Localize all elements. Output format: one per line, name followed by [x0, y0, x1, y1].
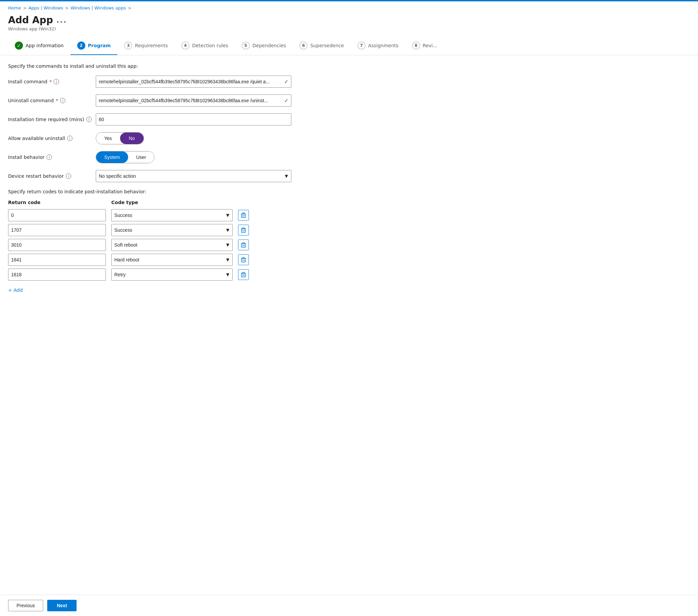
- tab-checkmark-app-info: ✓: [15, 41, 23, 50]
- allow-uninstall-no-btn[interactable]: No: [120, 133, 144, 144]
- install-behavior-info-icon[interactable]: i: [46, 154, 52, 160]
- tab-label-assignments: Assignments: [368, 43, 399, 48]
- tab-requirements[interactable]: 3 Requirements: [117, 37, 174, 55]
- install-behavior-label: Install behavior i: [8, 154, 96, 160]
- delete-row-1618-button[interactable]: [238, 269, 249, 280]
- breadcrumb-apps-windows[interactable]: Apps | Windows: [28, 5, 63, 11]
- install-behavior-user-btn[interactable]: User: [128, 151, 154, 163]
- return-code-input-1641[interactable]: [8, 254, 106, 266]
- code-type-select-wrapper-1707: Success Failure Soft reboot Hard reboot …: [111, 224, 233, 236]
- install-time-row: Installation time required (mins) i: [8, 113, 363, 125]
- tab-app-information[interactable]: ✓ App information: [8, 37, 70, 55]
- uninstall-command-info-icon[interactable]: i: [60, 98, 66, 103]
- uninstall-command-input-wrapper: ✓: [96, 94, 291, 107]
- install-command-input[interactable]: [96, 76, 291, 88]
- install-command-check-icon: ✓: [284, 79, 289, 85]
- install-time-input[interactable]: [96, 113, 291, 125]
- install-command-input-wrapper: ✓: [96, 76, 291, 88]
- breadcrumb-sep-2: >: [65, 6, 68, 11]
- breadcrumb-sep-3: >: [128, 6, 131, 11]
- tab-program[interactable]: 2 Program: [70, 37, 118, 55]
- allow-uninstall-label: Allow available uninstall i: [8, 136, 96, 141]
- return-code-input-1707[interactable]: [8, 224, 106, 236]
- delete-row-3010-button[interactable]: [238, 239, 249, 250]
- return-code-input-3010[interactable]: [8, 239, 106, 251]
- install-behavior-toggle[interactable]: System User: [96, 151, 154, 163]
- tab-label-app-info: App information: [26, 43, 64, 48]
- install-behavior-system-btn[interactable]: System: [96, 151, 128, 163]
- page-header: Add App ... Windows app (Win32): [0, 13, 698, 37]
- tab-dependencies[interactable]: 5 Dependencies: [235, 37, 293, 55]
- svg-rect-0: [241, 214, 246, 218]
- return-code-row-1707: Success Failure Soft reboot Hard reboot …: [8, 224, 363, 236]
- tab-number-detection: 4: [181, 41, 190, 50]
- breadcrumb-sep-1: >: [23, 6, 26, 11]
- uninstall-command-input[interactable]: [96, 94, 291, 107]
- tab-label-dependencies: Dependencies: [253, 43, 286, 48]
- code-type-select-wrapper-3010: Success Failure Soft reboot Hard reboot …: [111, 239, 233, 251]
- tab-label-detection: Detection rules: [192, 43, 228, 48]
- footer: Previous Next: [0, 595, 698, 616]
- device-restart-row: Device restart behavior i No specific ac…: [8, 170, 363, 182]
- delete-row-1641-button[interactable]: [238, 255, 249, 265]
- page-title-more-options[interactable]: ...: [56, 16, 67, 24]
- return-codes-section: Specify return codes to indicate post-in…: [8, 189, 363, 293]
- delete-row-1707-button[interactable]: [238, 225, 249, 235]
- tab-assignments[interactable]: 7 Assignments: [351, 37, 405, 55]
- allow-uninstall-info-icon[interactable]: i: [67, 136, 72, 141]
- install-command-required: *: [49, 79, 52, 84]
- tab-supersedence[interactable]: 6 Supersedence: [293, 37, 351, 55]
- tab-label-program: Program: [88, 43, 111, 48]
- code-type-col-header: Code type: [111, 200, 226, 205]
- return-code-input-1618[interactable]: [8, 269, 106, 281]
- content-area: Specify the commands to install and unin…: [0, 55, 371, 616]
- device-restart-select[interactable]: No specific action App install may force…: [96, 170, 291, 182]
- return-code-col-header: Return code: [8, 200, 106, 205]
- tab-number-review: 8: [412, 41, 420, 50]
- return-code-row-1618: Success Failure Soft reboot Hard reboot …: [8, 269, 363, 281]
- tab-number-requirements: 3: [124, 41, 132, 50]
- add-return-code-link[interactable]: + Add: [8, 287, 23, 293]
- allow-uninstall-toggle[interactable]: Yes No: [96, 132, 144, 145]
- code-type-select-3010[interactable]: Success Failure Soft reboot Hard reboot …: [111, 239, 233, 251]
- svg-rect-1: [241, 229, 246, 232]
- device-restart-info-icon[interactable]: i: [66, 174, 71, 179]
- code-type-select-1641[interactable]: Success Failure Soft reboot Hard reboot …: [111, 254, 233, 266]
- return-code-row-1641: Success Failure Soft reboot Hard reboot …: [8, 254, 363, 266]
- code-type-select-1618[interactable]: Success Failure Soft reboot Hard reboot …: [111, 269, 233, 281]
- previous-button[interactable]: Previous: [8, 600, 43, 611]
- return-code-row-0: Success Failure Soft reboot Hard reboot …: [8, 209, 363, 221]
- next-button[interactable]: Next: [47, 600, 76, 611]
- tab-number-supersedence: 6: [299, 41, 308, 50]
- breadcrumb-home[interactable]: Home: [8, 5, 21, 11]
- uninstall-command-check-icon: ✓: [284, 97, 289, 104]
- breadcrumb-windows-apps[interactable]: Windows | Windows apps: [70, 5, 126, 11]
- install-command-label: Install command * i: [8, 79, 96, 84]
- breadcrumb: Home > Apps | Windows > Windows | Window…: [0, 1, 698, 13]
- tab-label-review: Revi...: [423, 43, 437, 48]
- install-time-info-icon[interactable]: i: [86, 117, 92, 122]
- tab-detection-rules[interactable]: 4 Detection rules: [174, 37, 235, 55]
- device-restart-select-wrapper: No specific action App install may force…: [96, 170, 291, 182]
- code-type-select-wrapper-1641: Success Failure Soft reboot Hard reboot …: [111, 254, 233, 266]
- delete-row-0-button[interactable]: [238, 210, 249, 221]
- page-title-text: Add App: [8, 14, 53, 26]
- code-type-select-0[interactable]: Success Failure Soft reboot Hard reboot …: [111, 209, 233, 221]
- svg-rect-4: [241, 273, 246, 277]
- device-restart-label: Device restart behavior i: [8, 174, 96, 179]
- return-code-input-0[interactable]: [8, 209, 106, 221]
- tab-review[interactable]: 8 Revi...: [405, 37, 444, 55]
- allow-uninstall-yes-btn[interactable]: Yes: [96, 133, 120, 144]
- install-behavior-row: Install behavior i System User: [8, 151, 363, 163]
- return-codes-headers: Return code Code type: [8, 200, 363, 206]
- uninstall-command-label: Uninstall command * i: [8, 98, 96, 103]
- code-type-select-1707[interactable]: Success Failure Soft reboot Hard reboot …: [111, 224, 233, 236]
- tab-number-dependencies: 5: [242, 41, 250, 50]
- install-command-info-icon[interactable]: i: [54, 79, 59, 84]
- allow-uninstall-row: Allow available uninstall i Yes No: [8, 132, 363, 145]
- code-type-select-wrapper-1618: Success Failure Soft reboot Hard reboot …: [111, 269, 233, 281]
- tab-number-program: 2: [77, 41, 85, 50]
- return-codes-description: Specify return codes to indicate post-in…: [8, 189, 363, 194]
- section-description: Specify the commands to install and unin…: [8, 64, 363, 69]
- code-type-select-wrapper-0: Success Failure Soft reboot Hard reboot …: [111, 209, 233, 221]
